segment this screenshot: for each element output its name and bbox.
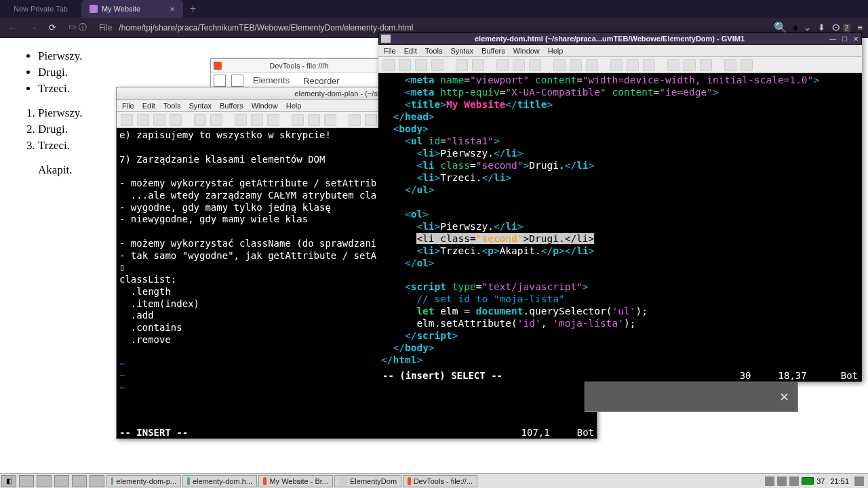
tool-paste-icon[interactable] bbox=[529, 59, 541, 71]
status-bot: Bot bbox=[841, 370, 858, 381]
tool-find-icon[interactable] bbox=[741, 59, 753, 71]
tool-findprev-icon[interactable] bbox=[586, 59, 598, 71]
tool-tag-icon[interactable] bbox=[700, 59, 712, 71]
close-tab-icon[interactable]: × bbox=[170, 4, 175, 14]
forward-button[interactable]: → bbox=[26, 22, 41, 33]
device-icon[interactable] bbox=[231, 75, 243, 87]
file-manager-icon[interactable] bbox=[37, 475, 52, 487]
taskbar-item[interactable]: My Website - Br... bbox=[258, 475, 333, 487]
devtools-tab-recorder[interactable]: Recorder bbox=[296, 74, 346, 88]
network-icon[interactable] bbox=[789, 476, 799, 486]
gvim-main-editor[interactable]: <meta name="viewport" content="width=dev… bbox=[378, 73, 862, 369]
clock[interactable]: 21:51 bbox=[827, 477, 852, 485]
browser-tab-strip: New Private Tab My Website × + bbox=[0, 0, 868, 18]
tool-shell-icon[interactable] bbox=[684, 59, 696, 71]
tool-findnext-icon[interactable] bbox=[570, 59, 582, 71]
workspace-icon[interactable] bbox=[72, 475, 87, 487]
tool-replace-icon[interactable] bbox=[553, 59, 566, 71]
gvim-icon bbox=[119, 89, 127, 98]
devtools-window[interactable]: DevTools - file:///h Elements Recorder bbox=[210, 58, 380, 88]
tool-save2-icon[interactable] bbox=[627, 59, 639, 71]
tool-run-icon[interactable] bbox=[643, 59, 655, 71]
workspace2-icon[interactable] bbox=[90, 475, 104, 487]
tool-copy-icon[interactable] bbox=[513, 59, 525, 71]
status-mode: -- INSERT -- bbox=[119, 427, 521, 438]
tool-print-icon[interactable] bbox=[170, 114, 182, 126]
gvim-main-titlebar[interactable]: elementy-dom.html (~/share/praca...umTEB… bbox=[378, 33, 862, 45]
menu-help[interactable]: Help bbox=[286, 102, 302, 110]
new-tab-button[interactable]: + bbox=[183, 3, 203, 15]
download-icon[interactable]: ⬇ bbox=[818, 22, 825, 33]
tab-title: My Website bbox=[102, 5, 140, 13]
close-icon[interactable]: ✕ bbox=[779, 390, 789, 405]
expand-icon[interactable]: ⌄ bbox=[804, 22, 811, 33]
tray-icon[interactable] bbox=[765, 476, 774, 486]
tool-undo-icon[interactable] bbox=[194, 114, 206, 126]
tool-find-icon[interactable] bbox=[292, 114, 304, 126]
tool-saveall-icon[interactable] bbox=[415, 59, 427, 71]
popup-box[interactable]: ✕ bbox=[585, 382, 798, 412]
tool-save-icon[interactable] bbox=[399, 59, 411, 71]
tray-menu-icon[interactable] bbox=[854, 476, 864, 486]
sidebar-icon[interactable]: ▭ bbox=[68, 22, 76, 33]
terminal-icon[interactable] bbox=[54, 475, 69, 487]
tool-save-icon[interactable] bbox=[137, 114, 149, 126]
status-pos: 107,1 bbox=[521, 427, 577, 438]
tool-next-icon[interactable] bbox=[308, 114, 320, 126]
maximize-icon[interactable]: ☐ bbox=[839, 35, 850, 43]
menu-buffers[interactable]: Buffers bbox=[481, 47, 505, 55]
system-tray: 37 21:51 bbox=[761, 476, 868, 486]
menu-file[interactable]: File bbox=[122, 102, 134, 110]
menu-syntax[interactable]: Syntax bbox=[450, 47, 473, 55]
tool-load-icon[interactable] bbox=[610, 59, 623, 71]
show-desktop-icon[interactable] bbox=[19, 475, 34, 487]
tool-undo-icon[interactable] bbox=[456, 59, 468, 71]
tool-print-icon[interactable] bbox=[431, 59, 443, 71]
tool-help-icon[interactable] bbox=[724, 59, 736, 71]
tab-active[interactable]: My Website × bbox=[81, 0, 183, 18]
reload-button[interactable]: ⟳ bbox=[46, 22, 63, 33]
tool-cut-icon[interactable] bbox=[496, 59, 509, 71]
menu-window[interactable]: Window bbox=[252, 102, 278, 110]
battery-icon[interactable] bbox=[802, 477, 814, 485]
tool-open-icon[interactable] bbox=[382, 59, 395, 71]
tool-make-icon[interactable] bbox=[667, 59, 679, 71]
back-button[interactable]: ← bbox=[5, 22, 20, 33]
menu-syntax[interactable]: Syntax bbox=[189, 102, 212, 110]
gvim-main-status: -- (insert) SELECT -- 30 18,37 Bot bbox=[378, 369, 862, 382]
vpn-icon[interactable]: ⵙ 2 bbox=[832, 22, 850, 33]
tab-new-private[interactable]: New Private Tab bbox=[0, 0, 81, 18]
inspect-icon[interactable] bbox=[214, 75, 226, 87]
start-button[interactable]: ◧ bbox=[1, 475, 16, 487]
menu-icon[interactable]: ≡ bbox=[857, 22, 863, 33]
menu-edit[interactable]: Edit bbox=[142, 102, 155, 110]
menu-window[interactable]: Window bbox=[513, 47, 540, 55]
tool-shell-icon[interactable] bbox=[365, 114, 377, 126]
taskbar-item[interactable]: elementy-dom-p... bbox=[106, 475, 181, 487]
tool-open-icon[interactable] bbox=[121, 114, 133, 126]
tool-redo-icon[interactable] bbox=[210, 114, 222, 126]
tool-redo-icon[interactable] bbox=[472, 59, 484, 71]
taskbar-item[interactable]: DevTools - file://... bbox=[403, 475, 477, 487]
tool-saveall-icon[interactable] bbox=[153, 114, 165, 126]
gvim-main-window[interactable]: elementy-dom.html (~/share/praca...umTEB… bbox=[378, 33, 862, 382]
menu-buffers[interactable]: Buffers bbox=[220, 102, 243, 110]
tool-copy-icon[interactable] bbox=[251, 114, 263, 126]
menu-help[interactable]: Help bbox=[548, 47, 564, 55]
tray-icon[interactable] bbox=[777, 476, 787, 486]
menu-file[interactable]: File bbox=[384, 47, 396, 55]
brave-shield-icon[interactable]: ♦ bbox=[793, 22, 798, 34]
menu-tools[interactable]: Tools bbox=[425, 47, 443, 55]
taskbar-item[interactable]: ElementyDom bbox=[334, 475, 401, 487]
tool-cut-icon[interactable] bbox=[235, 114, 247, 126]
url-bar[interactable]: ▭ ⓘ File /home/tpj/share/praca/Technikum… bbox=[68, 22, 768, 33]
tool-paste-icon[interactable] bbox=[267, 114, 279, 126]
menu-tools[interactable]: Tools bbox=[163, 102, 181, 110]
menu-edit[interactable]: Edit bbox=[404, 47, 417, 55]
devtools-titlebar[interactable]: DevTools - file:///h bbox=[211, 59, 379, 73]
close-icon[interactable]: ✕ bbox=[850, 35, 861, 43]
tool-prev-icon[interactable] bbox=[324, 114, 336, 126]
tool-make-icon[interactable] bbox=[349, 114, 361, 126]
minimize-icon[interactable]: — bbox=[827, 35, 839, 43]
taskbar-item[interactable]: elementy-dom.h... bbox=[182, 475, 257, 487]
